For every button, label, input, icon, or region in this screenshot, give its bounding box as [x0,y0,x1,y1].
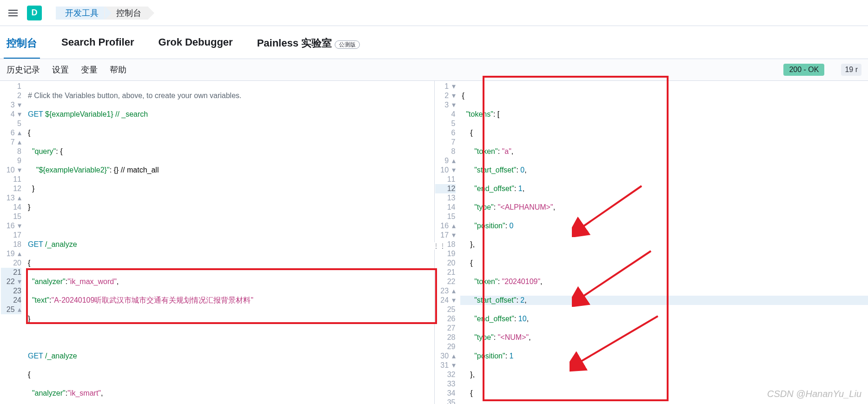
workspace: 123 ▾4 ▾56 ▴7 ▴8910 ▾111213 ▴141516 ▾171… [0,81,868,404]
breadcrumb-devtools[interactable]: 开发工具 [56,7,105,20]
tab-bar: 控制台 Search Profiler Grok Debugger Painle… [0,26,868,59]
tab-console[interactable]: 控制台 [4,33,40,59]
tab-painless-lab[interactable]: Painless 实验室公测版 [254,33,363,59]
tab-grok-debugger[interactable]: Grok Debugger [156,33,236,59]
hamburger-icon[interactable] [6,7,20,19]
response-code: { "tokens": [ { "token": "a", "start_off… [460,81,868,404]
status-badge: 200 - OK [783,64,824,76]
toolbar-settings[interactable]: 设置 [52,64,69,75]
toolbar-history[interactable]: 历史记录 [7,64,40,75]
response-viewer[interactable]: 1 ▾2 ▾3 ▾456789 ▴10 ▾111213141516 ▴17 ▾1… [434,81,868,404]
beta-badge: 公测版 [335,40,360,49]
request-code[interactable]: # Click the Variables button, above, to … [26,81,434,404]
toolbar: 历史记录 设置 变量 帮助 200 - OK 19 r [0,59,868,81]
logo-badge[interactable]: D [27,6,42,20]
time-badge: 19 r [841,64,861,76]
request-gutter: 123 ▾4 ▾56 ▴7 ▴8910 ▾111213 ▴141516 ▾171… [0,81,26,404]
breadcrumb: 开发工具 控制台 [56,7,148,20]
resize-handle-icon[interactable]: ⋮⋮ [433,242,446,250]
top-header: D 开发工具 控制台 [0,0,868,26]
toolbar-help[interactable]: 帮助 [110,64,126,75]
request-editor[interactable]: 123 ▾4 ▾56 ▴7 ▴8910 ▾111213 ▴141516 ▾171… [0,81,434,404]
toolbar-variables[interactable]: 变量 [81,64,98,75]
tab-search-profiler[interactable]: Search Profiler [59,33,137,59]
